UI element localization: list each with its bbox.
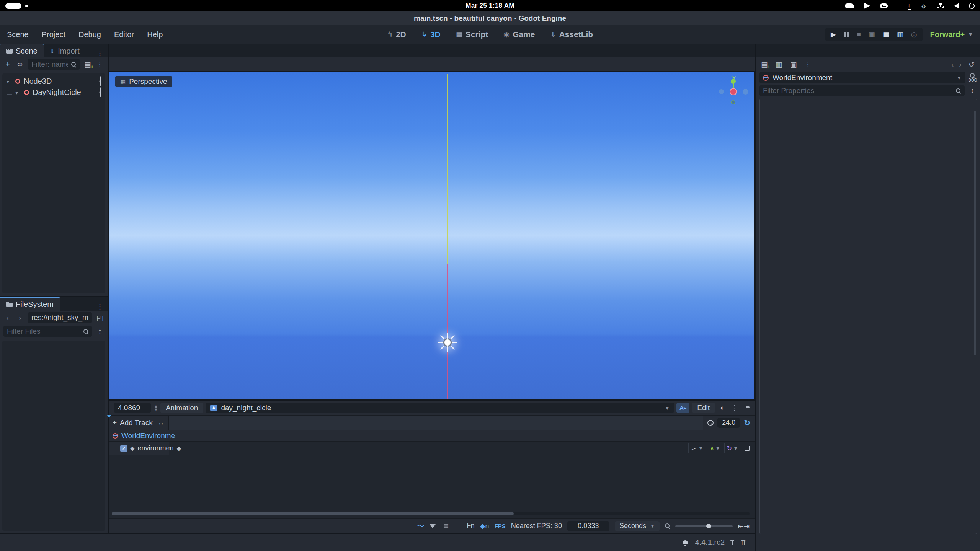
animation-length-field[interactable]: 24.0 (717, 418, 740, 428)
onion-skinning-icon[interactable]: ◐ (717, 404, 727, 412)
snap-unit-select[interactable]: Seconds ▼ (615, 521, 660, 531)
timeline-zoom-slider[interactable] (675, 525, 733, 527)
resize-names-icon[interactable]: ↔ (157, 419, 165, 427)
volume-icon[interactable] (954, 3, 959, 8)
scene-node-Node3D[interactable]: ▾Node3D (3, 76, 105, 87)
delete-track-button[interactable] (742, 443, 752, 453)
macos-clock[interactable]: Mar 25 1:18 AM (466, 2, 514, 10)
timeline-scrollbar[interactable] (112, 512, 750, 515)
add-track-button[interactable]: + Add Track ↔ (109, 416, 169, 430)
discord-icon[interactable] (880, 3, 888, 8)
view-axis-gizmo[interactable]: Y (714, 74, 753, 112)
resource-menu-icon[interactable]: ⋮ (804, 60, 813, 68)
save-resource-icon[interactable]: ▣ (789, 60, 798, 69)
stop-button[interactable]: ■ (857, 31, 861, 39)
renderer-selector[interactable]: Forward+ ▼ (930, 30, 973, 39)
gizmo-y-axis[interactable] (731, 79, 736, 84)
workspace-tab-assetlib[interactable]: ⇓AssetLib (550, 30, 593, 39)
menu-debug[interactable]: Debug (78, 30, 101, 39)
attach-script-button[interactable]: ▤+ (83, 60, 92, 69)
open-docs-button[interactable]: DOC (969, 73, 977, 82)
brightness-icon[interactable]: ☼ (921, 2, 927, 9)
menu-scene[interactable]: Scene (7, 30, 29, 39)
animation-name-field[interactable]: A day_night_cicle ▼ (206, 403, 674, 413)
tab-import[interactable]: ⇓ Import (44, 44, 86, 57)
snap-step-field[interactable]: 0.0333 (567, 521, 609, 531)
gizmo-x-neg-axis[interactable] (719, 89, 724, 94)
gizmo-view-axis[interactable] (730, 88, 737, 95)
snap-timeline-icon[interactable]: Ⱶn (467, 522, 474, 530)
menu-help[interactable]: Help (147, 30, 163, 39)
movie-maker-button[interactable]: ◎ (911, 30, 917, 39)
animation-menu-button[interactable]: Animation (160, 403, 204, 413)
workspace-tab-3d[interactable]: ↳3D (421, 30, 441, 39)
gizmo-y-neg-axis[interactable] (731, 100, 735, 104)
grouped-view-icon[interactable]: ☰ (441, 523, 451, 530)
scrollbar-thumb[interactable] (112, 512, 514, 515)
visibility-eye-icon[interactable] (100, 88, 101, 97)
path-input[interactable]: res://night_sky_material.tr (28, 312, 92, 323)
download-icon[interactable]: ↓ (908, 2, 911, 10)
play-scene-button[interactable]: ▦ (883, 30, 889, 39)
tab-filesystem[interactable]: FileSystem (0, 297, 60, 311)
property-tools-icon[interactable]: ↕ (968, 86, 977, 95)
pin-bottom-panel-icon[interactable] (732, 541, 733, 545)
fit-to-window-icon[interactable]: ⇤⇥ (738, 522, 750, 530)
network-icon[interactable] (937, 3, 944, 9)
workspace-tab-game[interactable]: ◉Game (503, 30, 535, 39)
directional-light-gizmo[interactable] (437, 332, 458, 353)
scene-panel-menu-icon[interactable]: ⋮ (96, 49, 104, 57)
edit-button[interactable]: Edit (692, 403, 715, 413)
add-node-button[interactable]: + (3, 60, 12, 68)
timeline-playhead[interactable] (109, 415, 109, 512)
bezier-editor-icon[interactable]: 〜 (417, 521, 424, 531)
play-remote-button[interactable]: ▣ (869, 30, 875, 39)
scene-tree-menu-icon[interactable]: ⋮ (95, 60, 105, 68)
instance-scene-button[interactable]: ∞ (15, 60, 24, 68)
apple-menu[interactable] (5, 3, 28, 9)
file-filter-input[interactable]: Filter Files (3, 326, 92, 337)
apple-logo-icon[interactable] (5, 3, 21, 9)
telegram-icon[interactable] (864, 3, 870, 9)
workspace-tab-script[interactable]: ▤Script (456, 30, 488, 39)
track-enabled-checkbox[interactable]: ✓ (120, 445, 127, 452)
track-timeline[interactable] (169, 442, 755, 455)
animation-panel-menu-icon[interactable]: ⋮ (730, 404, 740, 412)
fps-mode-icon[interactable]: FPS (495, 523, 506, 529)
history-back-icon[interactable]: ‹ (951, 60, 954, 69)
play-custom-scene-button[interactable]: ▥ (897, 30, 903, 39)
loop-animation-button[interactable]: ↻ (744, 418, 750, 427)
object-history-icon[interactable]: ↺ (967, 60, 976, 69)
property-filter-input[interactable]: Filter Properties (759, 85, 965, 96)
autoplay-on-load-button[interactable]: A▸ (676, 403, 689, 413)
filter-tracks-icon[interactable] (430, 524, 436, 528)
menu-editor[interactable]: Editor (114, 30, 134, 39)
viewport-3d[interactable]: ▦ Perspective Y (109, 71, 755, 400)
track-group-row[interactable]: WorldEnvironme (109, 430, 755, 441)
load-resource-icon[interactable]: ▥ (774, 60, 784, 69)
expand-arrow-icon[interactable]: ▾ (7, 78, 12, 85)
scene-node-DayNightCicle[interactable]: ▾DayNightCicle (3, 87, 105, 98)
inspector-scrollbar[interactable] (974, 111, 976, 355)
history-forward-icon[interactable]: › (959, 60, 962, 69)
snap-keys-icon[interactable]: ◆n (480, 522, 489, 530)
new-resource-icon[interactable]: ▤+ (760, 60, 769, 69)
chevron-down-icon[interactable]: ▼ (665, 405, 670, 411)
interpolation-mode-button[interactable]: ∧▼ (707, 443, 723, 453)
scene-filter-input[interactable]: Filter: name, t:t (28, 59, 80, 70)
menu-project[interactable]: Project (42, 30, 65, 39)
time-spinner[interactable]: ▲▼ (154, 404, 158, 411)
edited-object-selector[interactable]: WorldEnvironment ▼ (759, 72, 965, 83)
perspective-menu[interactable]: ▦ Perspective (115, 76, 172, 87)
visibility-eye-icon[interactable] (100, 77, 101, 86)
filesystem-menu-icon[interactable]: ⋮ (96, 302, 104, 311)
timeline-ruler[interactable]: + Add Track ↔ 24.0 ↻ (109, 415, 755, 430)
power-icon[interactable] (969, 3, 975, 9)
sort-files-button[interactable]: ↕ (95, 327, 105, 336)
current-time-field[interactable]: 4.0869 (114, 403, 151, 413)
track-name-cell[interactable]: ✓ ◆ environmen ◆ (109, 442, 169, 455)
split-view-button[interactable]: ◰ (95, 313, 105, 322)
cat-icon[interactable] (845, 3, 854, 8)
ruler-ticks[interactable] (169, 416, 755, 430)
engine-version[interactable]: 4.4.1.rc2 (695, 538, 725, 547)
